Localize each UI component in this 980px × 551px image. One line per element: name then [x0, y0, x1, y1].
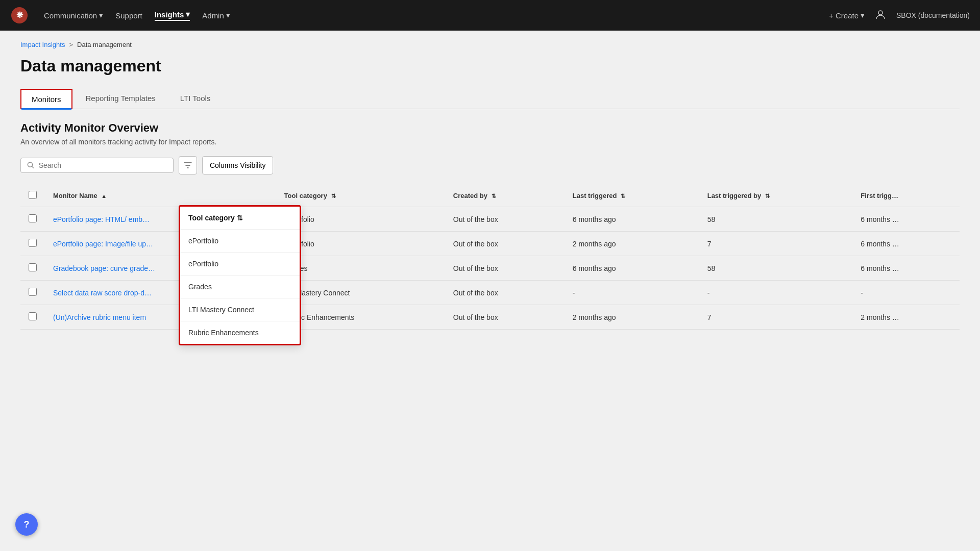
monitor-name-link[interactable]: Select data raw score drop-d…	[53, 289, 152, 297]
first-triggered-cell: -	[852, 281, 960, 305]
row-checkbox[interactable]	[29, 263, 37, 271]
first-triggered-cell: 6 months …	[852, 232, 960, 256]
chevron-down-icon: ▾	[861, 11, 865, 20]
dropdown-item[interactable]: Rubric Enhancements	[180, 321, 300, 344]
col-last-triggered-by[interactable]: Last triggered by ⇅	[699, 185, 853, 207]
last-triggered-by-cell: 7	[699, 232, 853, 256]
user-icon[interactable]	[875, 9, 886, 22]
table-row: ePortfolio page: Image/file up… ePortfol…	[20, 232, 960, 256]
col-last-triggered[interactable]: Last triggered ⇅	[565, 185, 699, 207]
help-button[interactable]: ?	[15, 513, 38, 536]
dropdown-item[interactable]: ePortfolio	[180, 253, 300, 276]
nav-insights[interactable]: Insights ▾	[155, 10, 190, 21]
row-checkbox[interactable]	[29, 214, 37, 222]
tool-category-cell: LTI Mastery Connect	[276, 281, 445, 305]
select-all-checkbox[interactable]	[29, 191, 37, 199]
last-triggered-by-cell: 7	[699, 305, 853, 330]
tool-category-dropdown: Tool category ⇅ ePortfolioePortfolioGrad…	[179, 205, 301, 345]
first-triggered-cell: 6 months …	[852, 207, 960, 232]
row-checkbox[interactable]	[29, 239, 37, 247]
svg-text:❋: ❋	[16, 11, 23, 19]
svg-point-2	[878, 11, 883, 15]
nav-left: ❋ Communication ▾ Support Insights ▾ Adm…	[10, 6, 230, 24]
col-first-triggered[interactable]: First trigg…	[852, 185, 960, 207]
monitors-table: Monitor Name ▲ Tool category ⇅ Created b…	[20, 185, 960, 330]
nav-links: Communication ▾ Support Insights ▾ Admin…	[44, 10, 230, 21]
created-by-cell: Out of the box	[445, 281, 565, 305]
app-logo[interactable]: ❋	[10, 6, 29, 24]
last-triggered-by-cell: 58	[699, 256, 853, 281]
sort-icon: ⇅	[331, 193, 336, 199]
search-box[interactable]	[20, 158, 174, 173]
last-triggered-cell: 6 months ago	[565, 207, 699, 232]
row-checkbox[interactable]	[29, 312, 37, 320]
sort-icon: ⇅	[765, 193, 770, 199]
section-title: Activity Monitor Overview	[20, 121, 960, 135]
page-title: Data management	[20, 57, 960, 76]
created-by-cell: Out of the box	[445, 305, 565, 330]
chevron-down-icon: ▾	[99, 11, 103, 20]
breadcrumb-current: Data management	[77, 41, 132, 48]
tab-reporting-templates[interactable]: Reporting Templates	[75, 88, 167, 109]
table-row: ePortfolio page: HTML/ emb… ePortfolio O…	[20, 207, 960, 232]
search-icon	[27, 161, 35, 169]
nav-communication[interactable]: Communication ▾	[44, 11, 103, 20]
col-tool-category[interactable]: Tool category ⇅	[276, 185, 445, 207]
last-triggered-cell: 6 months ago	[565, 256, 699, 281]
last-triggered-by-cell: 58	[699, 207, 853, 232]
svg-line-4	[32, 166, 34, 168]
nav-support[interactable]: Support	[115, 11, 142, 20]
table-row: Select data raw score drop-d… LTI Master…	[20, 281, 960, 305]
chevron-down-icon: ▾	[226, 11, 230, 20]
last-triggered-by-cell: -	[699, 281, 853, 305]
row-checkbox[interactable]	[29, 288, 37, 296]
row-checkbox-cell	[20, 232, 45, 256]
sort-icon: ⇅	[621, 193, 625, 199]
tool-category-cell: ePortfolio	[276, 207, 445, 232]
tool-category-cell: Grades	[276, 256, 445, 281]
main-content: Impact Insights > Data management Data m…	[0, 31, 980, 551]
dropdown-item[interactable]: LTI Mastery Connect	[180, 298, 300, 321]
created-by-cell: Out of the box	[445, 207, 565, 232]
tabs: Monitors Reporting Templates LTI Tools	[20, 88, 960, 109]
row-checkbox-cell	[20, 281, 45, 305]
table-wrapper: Monitor Name ▲ Tool category ⇅ Created b…	[20, 185, 960, 330]
monitor-name-link[interactable]: ePortfolio page: HTML/ emb…	[53, 215, 150, 223]
filter-button[interactable]	[179, 156, 197, 174]
dropdown-item[interactable]: ePortfolio	[180, 230, 300, 253]
col-monitor-name[interactable]: Monitor Name ▲	[45, 185, 276, 207]
sort-icon: ⇅	[492, 193, 496, 199]
breadcrumb: Impact Insights > Data management	[20, 41, 960, 48]
toolbar: Columns Visibility	[20, 156, 960, 174]
col-created-by[interactable]: Created by ⇅	[445, 185, 565, 207]
nav-right: + Create ▾ SBOX (documentation)	[829, 9, 970, 22]
monitor-name-link[interactable]: Gradebook page: curve grade…	[53, 264, 155, 272]
account-label[interactable]: SBOX (documentation)	[896, 11, 970, 19]
top-navigation: ❋ Communication ▾ Support Insights ▾ Adm…	[0, 0, 980, 31]
monitor-name-link[interactable]: ePortfolio page: Image/file up…	[53, 240, 153, 248]
monitor-name-link[interactable]: (Un)Archive rubric menu item	[53, 313, 146, 321]
nav-admin[interactable]: Admin ▾	[202, 11, 230, 20]
sort-icon: ▲	[101, 193, 107, 199]
tool-category-cell: ePortfolio	[276, 232, 445, 256]
row-checkbox-cell	[20, 256, 45, 281]
columns-visibility-button[interactable]: Columns Visibility	[202, 156, 273, 174]
last-triggered-cell: -	[565, 281, 699, 305]
create-button[interactable]: + Create ▾	[829, 11, 865, 20]
dropdown-item[interactable]: Grades	[180, 276, 300, 298]
section-description: An overview of all monitors tracking act…	[20, 138, 960, 146]
created-by-cell: Out of the box	[445, 256, 565, 281]
question-mark-icon: ?	[24, 519, 30, 530]
last-triggered-cell: 2 months ago	[565, 232, 699, 256]
first-triggered-cell: 2 months …	[852, 305, 960, 330]
first-triggered-cell: 6 months …	[852, 256, 960, 281]
breadcrumb-link[interactable]: Impact Insights	[20, 41, 65, 48]
row-checkbox-cell	[20, 207, 45, 232]
tab-monitors[interactable]: Monitors	[20, 89, 72, 109]
breadcrumb-separator: >	[69, 41, 73, 48]
dropdown-header: Tool category ⇅	[180, 207, 300, 230]
filter-icon	[184, 161, 192, 169]
search-input[interactable]	[39, 161, 167, 169]
svg-point-3	[28, 162, 32, 167]
tab-lti-tools[interactable]: LTI Tools	[169, 88, 222, 109]
